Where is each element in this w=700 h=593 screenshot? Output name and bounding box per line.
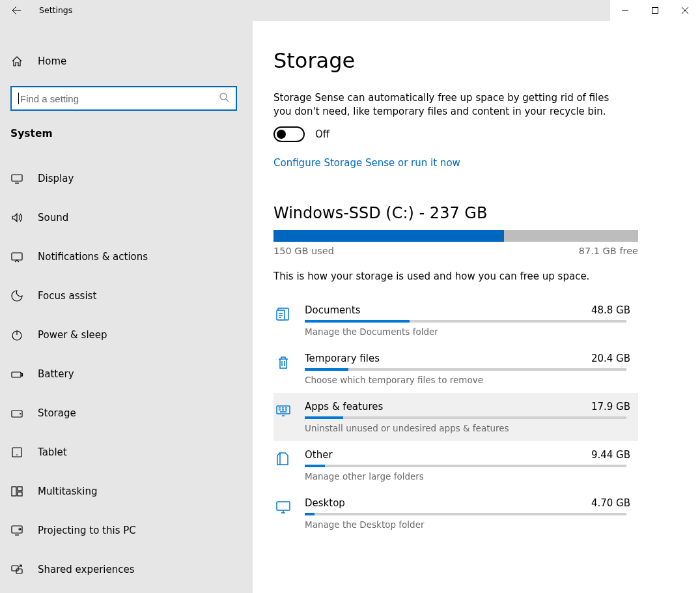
- svg-rect-5: [12, 372, 21, 377]
- sidebar-item-label: Storage: [38, 407, 76, 419]
- category-usage-bar: [305, 465, 626, 467]
- sidebar-item-shared-exp[interactable]: Shared experiences: [0, 550, 253, 589]
- sidebar-item-label: Focus assist: [38, 290, 96, 302]
- storage-category-apps[interactable]: Apps & features17.9 GBUninstall unused o…: [273, 393, 638, 441]
- display-icon: [10, 172, 23, 185]
- drive-free-label: 87.1 GB free: [579, 246, 638, 256]
- sidebar: Home System DisplaySoundNotifications & …: [0, 21, 253, 593]
- storage-sense-toggle-label: Off: [315, 128, 329, 140]
- category-size: 17.9 GB: [591, 401, 630, 412]
- window-title: Settings: [39, 0, 72, 21]
- svg-rect-9: [12, 448, 21, 457]
- temp-icon: [273, 353, 293, 371]
- maximize-button[interactable]: [640, 0, 670, 21]
- category-usage-bar: [305, 368, 626, 371]
- category-hint: Uninstall unused or undesired apps & fea…: [305, 423, 630, 433]
- search-box[interactable]: [10, 86, 237, 111]
- sidebar-item-storage[interactable]: Storage: [0, 394, 253, 433]
- page-title: Storage: [273, 48, 638, 73]
- sidebar-item-projecting[interactable]: Projecting to this PC: [0, 511, 253, 550]
- svg-rect-20: [277, 502, 290, 510]
- multitasking-icon: [10, 485, 23, 498]
- close-icon: [681, 7, 689, 14]
- arrow-left-icon: [11, 5, 21, 16]
- category-usage-bar: [305, 513, 626, 515]
- svg-rect-13: [18, 492, 22, 496]
- sidebar-item-sound[interactable]: Sound: [0, 198, 253, 237]
- category-label: Documents: [305, 304, 361, 316]
- focus-assist-icon: [10, 289, 23, 302]
- drive-usage-description: This is how your storage is used and how…: [273, 270, 638, 282]
- sidebar-item-label: Sound: [38, 212, 68, 224]
- sidebar-item-label: Shared experiences: [38, 564, 135, 575]
- sidebar-item-multitasking[interactable]: Multitasking: [0, 472, 253, 511]
- storage-category-other[interactable]: Other9.44 GBManage other large folders: [273, 441, 638, 489]
- storage-category-documents[interactable]: Documents48.8 GBManage the Documents fol…: [273, 296, 638, 345]
- sidebar-item-power-sleep[interactable]: Power & sleep: [0, 315, 253, 354]
- apps-icon: [273, 401, 293, 419]
- storage-icon: [10, 407, 23, 420]
- back-button[interactable]: [7, 0, 26, 21]
- category-label: Desktop: [305, 497, 345, 509]
- category-hint: Manage other large folders: [305, 471, 630, 482]
- sidebar-item-label: Power & sleep: [38, 329, 107, 341]
- configure-storage-sense-link[interactable]: Configure Storage Sense or run it now: [273, 157, 460, 169]
- sidebar-item-tablet[interactable]: Tablet: [0, 433, 253, 472]
- sidebar-item-label: Notifications & actions: [38, 251, 148, 263]
- toggle-knob: [277, 130, 286, 139]
- other-icon: [273, 449, 293, 467]
- category-size: 20.4 GB: [591, 353, 630, 364]
- projecting-icon: [10, 524, 23, 537]
- sidebar-item-label: Multitasking: [38, 485, 97, 497]
- svg-rect-3: [12, 253, 22, 260]
- sound-icon: [10, 211, 23, 224]
- home-icon: [10, 55, 23, 68]
- minimize-button[interactable]: [610, 0, 640, 21]
- category-label: Apps & features: [305, 401, 383, 412]
- content-pane: Storage Storage Sense can automatically …: [253, 21, 700, 593]
- search-icon: [219, 92, 229, 105]
- notifications-icon: [10, 250, 23, 263]
- sidebar-item-notifications[interactable]: Notifications & actions: [0, 237, 253, 276]
- category-usage-bar: [305, 320, 626, 323]
- svg-point-1: [220, 93, 227, 100]
- category-label: Temporary files: [305, 353, 380, 364]
- category-hint: Choose which temporary files to remove: [305, 375, 630, 385]
- battery-icon: [10, 368, 23, 381]
- svg-rect-6: [21, 373, 23, 376]
- storage-category-temp[interactable]: Temporary files20.4 GBChoose which tempo…: [273, 345, 638, 393]
- category-hint: Manage the Desktop folder: [305, 519, 630, 530]
- sidebar-item-label: Home: [38, 55, 66, 67]
- close-button[interactable]: [670, 0, 700, 21]
- category-usage-bar: [305, 416, 626, 419]
- desktop-icon: [273, 497, 293, 515]
- sidebar-item-display[interactable]: Display: [0, 159, 253, 198]
- category-size: 48.8 GB: [591, 304, 630, 316]
- search-input[interactable]: [19, 93, 219, 105]
- svg-point-10: [16, 454, 18, 456]
- storage-sense-toggle[interactable]: [273, 126, 305, 142]
- svg-rect-2: [12, 175, 22, 181]
- storage-sense-description: Storage Sense can automatically free up …: [273, 91, 619, 119]
- documents-icon: [273, 304, 293, 323]
- sidebar-item-label: Tablet: [38, 446, 67, 458]
- tablet-icon: [10, 446, 23, 459]
- sidebar-item-focus-assist[interactable]: Focus assist: [0, 276, 253, 315]
- storage-category-desktop[interactable]: Desktop4.70 GBManage the Desktop folder: [273, 489, 638, 538]
- svg-rect-11: [12, 487, 16, 496]
- category-hint: Manage the Documents folder: [305, 326, 630, 337]
- svg-rect-0: [652, 8, 658, 14]
- sidebar-item-label: Projecting to this PC: [38, 525, 136, 536]
- sidebar-item-battery[interactable]: Battery: [0, 354, 253, 394]
- shared-exp-icon: [10, 563, 23, 576]
- power-sleep-icon: [10, 328, 23, 341]
- minimize-icon: [621, 7, 629, 14]
- drive-usage-bar: [273, 230, 638, 242]
- sidebar-section-label: System: [0, 121, 253, 150]
- svg-rect-12: [18, 487, 22, 491]
- maximize-icon: [651, 7, 659, 14]
- sidebar-item-home[interactable]: Home: [0, 47, 253, 76]
- sidebar-item-label: Battery: [38, 368, 74, 380]
- svg-point-8: [20, 413, 21, 414]
- category-size: 4.70 GB: [591, 497, 630, 509]
